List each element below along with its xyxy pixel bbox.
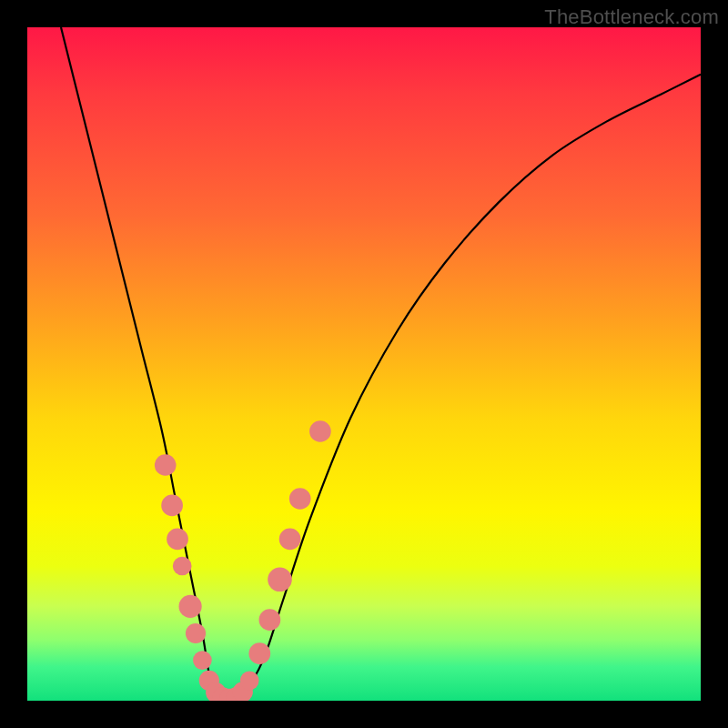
data-marker xyxy=(186,623,206,643)
data-marker xyxy=(179,595,202,618)
data-marker xyxy=(279,529,301,551)
bottleneck-curve xyxy=(61,27,701,701)
marker-group xyxy=(155,420,331,701)
data-marker xyxy=(240,671,259,690)
data-marker xyxy=(268,567,292,592)
data-marker xyxy=(193,651,212,670)
data-marker xyxy=(259,609,281,631)
chart-frame: TheBottleneck.com xyxy=(0,0,728,728)
watermark-text: TheBottleneck.com xyxy=(544,5,719,29)
data-marker xyxy=(161,495,183,517)
data-marker xyxy=(167,529,188,551)
plot-area xyxy=(27,27,701,701)
curve-svg xyxy=(27,27,701,701)
data-marker xyxy=(173,557,192,576)
data-marker xyxy=(309,420,331,442)
data-marker xyxy=(289,488,311,510)
data-marker xyxy=(155,454,177,476)
data-marker xyxy=(248,642,270,664)
